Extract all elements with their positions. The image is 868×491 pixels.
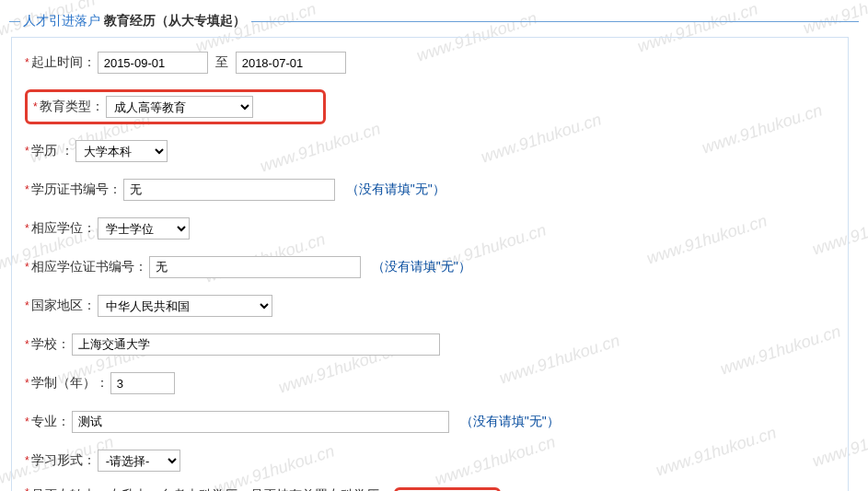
row-corr-degree: * 相应学位： 学士学位 (25, 216, 835, 240)
label-school: 学校： (31, 336, 70, 353)
label-country: 国家地区： (31, 298, 96, 314)
input-cert-no[interactable] (123, 179, 335, 201)
label-to: 至 (215, 54, 228, 71)
label-cert-no: 学历证书编号： (31, 181, 122, 198)
hint-cert-no: （没有请填"无"） (346, 181, 446, 198)
label-corr-degree: 相应学位： (31, 220, 96, 237)
input-date-from[interactable] (98, 52, 208, 74)
label-study-form: 学习形式： (31, 452, 96, 469)
label-duration: 学制（年）： (31, 375, 109, 392)
row-study-form: * 学习形式： -请选择- (25, 449, 835, 473)
row-corr-degree-cert: * 相应学位证书编号： （没有请填"无"） (25, 255, 835, 279)
select-country[interactable]: 中华人民共和国 (98, 295, 272, 317)
required-marker: * (25, 300, 29, 311)
input-duration[interactable] (110, 372, 175, 394)
highlight-edu-type: * 教育类型： 成人高等教育 (25, 89, 326, 124)
required-marker: * (33, 101, 38, 112)
required-marker: * (25, 455, 29, 466)
label-corr-degree-cert: 相应学位证书编号： (31, 259, 147, 275)
required-marker: * (25, 262, 29, 273)
select-edu-type[interactable]: 成人高等教育 (106, 96, 253, 118)
required-marker: * (25, 57, 29, 68)
select-corr-degree[interactable]: 学士学位 (98, 217, 190, 240)
row-country: * 国家地区： 中华人民共和国 (25, 294, 835, 318)
label-degree: 学历 ： (31, 143, 74, 159)
legend-title-main: 人才引进落户 (23, 13, 100, 29)
label-major: 专业： (31, 414, 70, 430)
row-duration: * 学制（年）： (25, 371, 835, 395)
required-marker: * (25, 416, 29, 427)
required-marker: * (25, 223, 29, 234)
hint-corr-degree-cert: （没有请填"无"） (372, 259, 471, 275)
select-study-form[interactable]: -请选择- (98, 450, 180, 472)
required-marker: * (25, 487, 29, 491)
row-school: * 学校： (25, 333, 835, 357)
input-corr-degree-cert[interactable] (149, 256, 361, 278)
education-form: * 起止时间： 至 * 教育类型： 成人高等教育 * 学历 ： 大学本科 (11, 37, 849, 491)
section-legend: 人才引进落户 教育经历（从大专填起） (9, 13, 859, 29)
required-marker: * (25, 339, 29, 350)
hint-major: （没有请填"无"） (460, 414, 560, 430)
row-degree: * 学历 ： 大学本科 (25, 139, 835, 163)
row-major: * 专业： （没有请填"无"） (25, 410, 835, 434)
input-date-to[interactable] (236, 52, 346, 74)
select-degree[interactable]: 大学本科 (75, 140, 168, 162)
highlight-prior-junior: -请选择- 否 是 (394, 487, 501, 491)
label-date-range: 起止时间： (31, 54, 96, 71)
required-marker: * (25, 184, 29, 195)
row-prior-junior: * 是否专转本、专升本、自考本科学历，是否持有前置专科学历： -请选择- 否 是 (25, 487, 835, 491)
row-edu-type: * 教育类型： 成人高等教育 (25, 89, 835, 124)
label-prior-junior: 是否专转本、专升本、自考本科学历，是否持有前置专科学历： (31, 487, 392, 491)
row-date-range: * 起止时间： 至 (25, 51, 835, 75)
required-marker: * (25, 146, 29, 157)
input-school[interactable] (72, 333, 440, 356)
row-cert-no: * 学历证书编号： （没有请填"无"） (25, 178, 835, 202)
legend-title-sub: 教育经历（从大专填起） (104, 13, 246, 29)
input-major[interactable] (72, 411, 449, 433)
label-edu-type: 教育类型： (40, 99, 104, 115)
required-marker: * (25, 378, 29, 389)
